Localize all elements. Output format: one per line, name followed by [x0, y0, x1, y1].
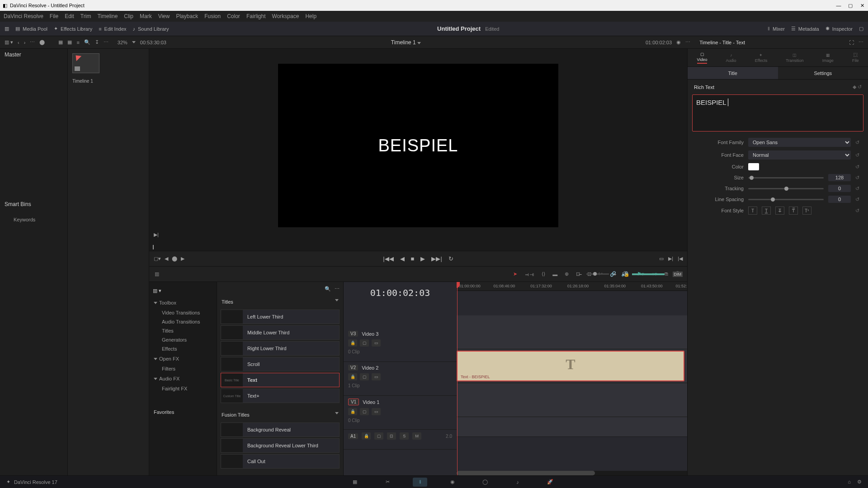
- timeline-horizontal-scrollbar[interactable]: [457, 471, 687, 475]
- fairlightfx-item[interactable]: Fairlight FX: [149, 384, 217, 393]
- font-family-select[interactable]: Open Sans: [748, 138, 851, 147]
- close-button[interactable]: ✕: [859, 2, 865, 9]
- settings-icon[interactable]: ⚙: [857, 479, 862, 485]
- inspector-subtab-title[interactable]: Title: [688, 67, 778, 79]
- maximize-button[interactable]: ▢: [847, 2, 854, 9]
- menu-color[interactable]: Color: [227, 13, 240, 19]
- list-view-icon[interactable]: ▦: [58, 39, 63, 45]
- fusion-page-button[interactable]: ◉: [445, 478, 460, 487]
- menu-workspace[interactable]: Workspace: [272, 13, 299, 19]
- timeline-ruler[interactable]: 01:00:00:00 01:08:46:00 01:17:32:00 01:2…: [457, 282, 687, 291]
- trim-tool-icon[interactable]: ⫤⫣: [524, 272, 534, 277]
- dynamic-trim-icon[interactable]: ⟨⟩: [542, 271, 545, 277]
- first-frame-button[interactable]: |◀◀: [383, 255, 393, 262]
- reset-icon[interactable]: ↺: [855, 152, 862, 158]
- loop-button[interactable]: ↻: [448, 255, 453, 262]
- timeline-tracks[interactable]: 01:00:00:00 01:08:46:00 01:17:32:00 01:2…: [457, 282, 687, 475]
- reset-icon[interactable]: ↺: [855, 175, 862, 181]
- menu-fusion[interactable]: Fusion: [204, 13, 221, 19]
- edit-index-button[interactable]: ≡Edit Index: [99, 26, 126, 32]
- toolbox-section[interactable]: Toolbox: [149, 297, 217, 308]
- normal-style-button[interactable]: T: [748, 206, 757, 215]
- audio-transitions-item[interactable]: Audio Transitions: [149, 317, 217, 326]
- menu-trim[interactable]: Trim: [80, 13, 91, 19]
- inspector-tab-audio[interactable]: ♪Audio: [726, 53, 736, 63]
- step-forward-icon[interactable]: ▶|: [154, 232, 159, 238]
- title-clip[interactable]: T Text - BEISPIEL: [457, 351, 684, 381]
- line-spacing-slider[interactable]: [748, 199, 824, 200]
- zoom-in-icon[interactable]: +: [613, 272, 616, 277]
- dim-button[interactable]: DIM: [673, 272, 683, 277]
- minimize-button[interactable]: —: [835, 2, 842, 9]
- inspector-tab-image[interactable]: ▦Image: [822, 53, 834, 63]
- generators-item[interactable]: Generators: [149, 335, 217, 344]
- fx-layout-icon[interactable]: ▥ ▾: [153, 288, 161, 294]
- zoom-out-icon[interactable]: −: [579, 272, 582, 277]
- playhead[interactable]: [457, 282, 458, 475]
- match-frame-icon[interactable]: ▢▾: [154, 256, 161, 262]
- title-text-input[interactable]: BEISPIEL: [692, 94, 863, 131]
- options-icon[interactable]: ⋯: [30, 39, 35, 45]
- title-card[interactable]: Call Out: [221, 454, 340, 469]
- scrubber-handle[interactable]: [153, 245, 154, 249]
- viewer-canvas[interactable]: BEISPIEL: [278, 64, 558, 227]
- menu-davinci-resolve[interactable]: DaVinci Resolve: [4, 13, 43, 19]
- titles-search-icon[interactable]: 🔍: [325, 286, 331, 292]
- tracking-value[interactable]: 0: [828, 185, 851, 192]
- title-card[interactable]: Right Lower Third: [221, 341, 340, 356]
- keywords-bin[interactable]: Keywords: [14, 217, 35, 222]
- thumb-view-icon[interactable]: ▦: [67, 39, 72, 45]
- title-card-text[interactable]: Basic TitleText: [221, 373, 340, 387]
- reset-section-icon[interactable]: ↺: [858, 84, 862, 89]
- selection-tool-icon[interactable]: ➤: [513, 271, 517, 277]
- title-card[interactable]: Scroll: [221, 357, 340, 371]
- search-icon[interactable]: 🔍: [84, 39, 90, 45]
- effects-item[interactable]: Effects: [149, 344, 217, 353]
- insert-tool-icon[interactable]: ⊕: [565, 271, 569, 277]
- color-swatch[interactable]: [748, 163, 759, 170]
- title-card[interactable]: Background Reveal: [221, 422, 340, 437]
- tracking-slider[interactable]: [748, 188, 824, 189]
- size-slider[interactable]: [748, 177, 824, 178]
- next-frame-button[interactable]: ▶▶|: [431, 255, 442, 262]
- fusion-collapse-icon[interactable]: [335, 412, 339, 414]
- edit-page-button[interactable]: ⫴: [413, 478, 427, 487]
- menu-help[interactable]: Help: [305, 13, 316, 19]
- media-pool-button[interactable]: ▤Media Pool: [15, 26, 47, 32]
- extract-icon[interactable]: ▭: [659, 256, 664, 262]
- more-icon[interactable]: ⋯: [104, 39, 108, 45]
- keyframe-icon[interactable]: ◆: [853, 84, 856, 89]
- cut-page-button[interactable]: ✂: [380, 478, 395, 487]
- metadata-button[interactable]: ☰Metadata: [791, 26, 819, 32]
- color-page-button[interactable]: ◯: [478, 478, 492, 487]
- media-page-button[interactable]: ▦: [348, 478, 362, 487]
- menu-clip[interactable]: Clip: [124, 13, 133, 19]
- sort-icon[interactable]: ↧: [95, 39, 99, 45]
- track-head-a1[interactable]: A1🔒▢⊡SM2.0: [344, 430, 457, 450]
- zoom-dropdown-icon[interactable]: [132, 41, 136, 43]
- marker-icon[interactable]: ⬤: [172, 256, 177, 262]
- titles-options-icon[interactable]: ⋯: [335, 286, 340, 292]
- titles-item[interactable]: Titles: [149, 326, 217, 335]
- inspector-button[interactable]: ✺Inspector: [826, 26, 853, 32]
- zoom-slider[interactable]: [586, 273, 609, 275]
- inspector-tab-file[interactable]: ⿴File: [852, 53, 859, 63]
- fairlight-page-button[interactable]: ♪: [510, 478, 525, 487]
- stop-button[interactable]: ■: [411, 255, 415, 262]
- menu-fairlight[interactable]: Fairlight: [246, 13, 266, 19]
- track-a1[interactable]: [457, 417, 687, 437]
- track-v2[interactable]: T Text - BEISPIEL: [457, 349, 687, 383]
- titles-collapse-icon[interactable]: [335, 299, 339, 301]
- timeline-name[interactable]: Timeline 1: [391, 39, 416, 46]
- master-bin[interactable]: Master: [0, 49, 67, 61]
- sound-library-button[interactable]: ♪Sound Library: [133, 26, 169, 32]
- title-card[interactable]: Left Lower Third: [221, 310, 340, 324]
- timeline-view-icon[interactable]: ▥: [155, 271, 159, 277]
- volume-slider[interactable]: [632, 273, 668, 275]
- title-card[interactable]: Custom TitleText+: [221, 389, 340, 403]
- reset-icon[interactable]: ↺: [855, 164, 862, 170]
- bin-view-icon[interactable]: ▥ ▾: [5, 39, 13, 45]
- play-button[interactable]: ▶: [420, 255, 425, 262]
- superscript-style-button[interactable]: Tˢ: [802, 206, 811, 215]
- deliver-page-button[interactable]: 🚀: [543, 478, 557, 487]
